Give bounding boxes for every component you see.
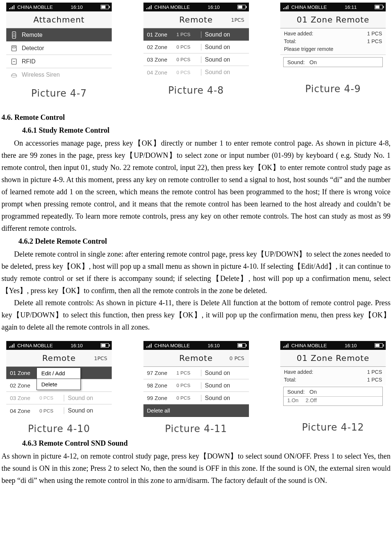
time-label: 16:10 (71, 343, 83, 348)
time-label: 16:10 (208, 4, 220, 10)
zone-name: 04 Zone (143, 69, 177, 76)
added-label: Have added: (284, 368, 313, 376)
context-menu-item-edit[interactable]: Edit / Add (37, 368, 80, 379)
menu-item-siren[interactable]: Wireless Siren (6, 68, 112, 81)
paragraph: As shown in picture 4-12, on remote cont… (1, 450, 391, 487)
info-block: Have added: 1 PCS Total: 1 PCS (280, 367, 386, 385)
screens-row-top: CHINA MOBLLE 16:10 Attachment Remote (0, 0, 392, 99)
sound-value: On (309, 389, 317, 395)
menu-item-label: Remote (22, 32, 42, 38)
screen-title: Remote 1PCS (143, 11, 249, 28)
total-label: Total: (284, 376, 296, 384)
zone-row[interactable]: 97 Zone 1 PCS Sound on (143, 367, 249, 379)
zone-sound: Sound on (201, 44, 249, 51)
figure-caption: Picture 4-10 (28, 423, 90, 434)
prompt-text: Please trigger remote (284, 45, 382, 53)
zone-pcs: 0 PCS (39, 395, 64, 401)
heading-4-6: 4.6. Remote Control (1, 111, 391, 123)
screen-4-9: CHINA MOBLLE 16:11 01 Zone Remote Have a… (278, 2, 388, 99)
sound-row[interactable]: Sound: On (283, 57, 383, 67)
carrier-label: CHINA MOBLLE (155, 4, 190, 10)
total-value: 1 PCS (367, 376, 382, 384)
svg-rect-5 (14, 36, 15, 36)
title-text: Remote (179, 354, 213, 363)
status-bar: CHINA MOBLLE 16:10 (6, 3, 112, 11)
svg-rect-7 (13, 46, 15, 48)
svg-rect-4 (13, 36, 14, 36)
title-text: Attachment (34, 15, 85, 24)
zone-row[interactable]: 98 Zone 0 PCS Sound on (143, 379, 249, 392)
zone-row[interactable]: 04 Zone 0 PCS Sound on (143, 66, 249, 79)
battery-icon (375, 343, 383, 348)
zone-name: 04 Zone (6, 408, 39, 414)
zone-sound: Sound on (64, 395, 112, 401)
zone-row[interactable]: 03 Zone 0 PCS Sound on (143, 53, 249, 66)
zone-name: 99 Zone (143, 395, 177, 401)
delete-all-label: Delete all (147, 407, 170, 414)
zone-name: 97 Zone (143, 370, 177, 376)
section-4-6: 4.6. Remote Control 4.6.1 Study Remote C… (0, 99, 392, 333)
battery-icon (375, 5, 383, 9)
remote-icon (10, 31, 18, 39)
menu-item-label: RFID (22, 58, 35, 65)
battery-icon (101, 343, 109, 348)
title-text: 01 Zone Remote (297, 354, 370, 363)
zone-row[interactable]: 99 Zone 0 PCS Sound on (143, 392, 249, 404)
screens-row-bottom: CHINA MOBLLE 16:10 Remote 1PCS 01 Zone o… (0, 338, 392, 434)
title-text: 01 Zone Remote (297, 15, 370, 24)
menu-item-rfid[interactable]: RFID (6, 55, 112, 68)
heading-4-6-3: 4.6.3 Remote Control SND Sound (22, 437, 391, 449)
delete-all-row[interactable]: Delete all (143, 404, 249, 417)
carrier-label: CHINA MOBLLE (17, 343, 53, 348)
menu-item-label: Wireless Siren (22, 72, 60, 78)
title-count: 1PCS (94, 355, 107, 361)
context-menu-item-delete[interactable]: Delete (37, 379, 80, 390)
heading-4-6-1: 4.6.1 Study Remote Control (22, 124, 391, 136)
rfid-icon (10, 58, 18, 66)
screen-4-8: CHINA MOBLLE 16:10 Remote 1PCS 01 Zone 1… (141, 2, 251, 99)
zone-row[interactable]: 01 Zone 1 PCS Sound on (143, 28, 249, 41)
screen-title: Remote 1PCS (6, 350, 112, 367)
zone-row[interactable]: 04 Zone 0 PCS Sound on (6, 404, 112, 417)
signal-icon (283, 5, 289, 9)
detector-icon (10, 44, 18, 52)
zone-sound: Sound on (201, 395, 249, 401)
context-menu: Edit / Add Delete (37, 368, 81, 390)
zone-name: 98 Zone (143, 382, 177, 389)
zone-row[interactable]: 02 Zone 0 PCS Sound on (143, 41, 249, 53)
signal-icon (9, 343, 15, 348)
signal-icon (146, 343, 152, 348)
zone-row[interactable]: 03 Zone 0 PCS Sound on (6, 392, 112, 404)
title-count: 0 PCS (229, 355, 244, 361)
sound-options[interactable]: 1.On 2.Off (284, 396, 382, 406)
carrier-label: CHINA MOBLLE (291, 4, 327, 10)
zone-pcs: 0 PCS (177, 395, 201, 401)
zone-pcs: 0 PCS (177, 57, 201, 62)
battery-icon (237, 5, 246, 9)
paragraph: Delete all remote controls: As shown in … (1, 297, 391, 333)
figure-caption: Picture 4-12 (302, 422, 364, 433)
figure-caption: Picture 4-11 (165, 423, 227, 434)
zone-sound: Sound on (201, 56, 249, 63)
zone-sound: Sound on (201, 31, 249, 38)
siren-icon (10, 71, 18, 79)
zone-name: 03 Zone (143, 56, 177, 63)
status-bar: CHINA MOBLLE 16:10 (143, 341, 249, 350)
screen-title: 01 Zone Remote (280, 350, 386, 367)
time-label: 16:10 (71, 4, 83, 10)
section-4-6-3: 4.6.3 Remote Control SND Sound As shown … (0, 434, 392, 487)
menu-item-detector[interactable]: Detector (6, 42, 112, 55)
total-label: Total: (284, 38, 296, 45)
figure-caption: Picture 4-7 (31, 88, 87, 99)
zone-name: 01 Zone (6, 370, 39, 376)
svg-rect-2 (13, 35, 14, 35)
zone-name: 01 Zone (143, 31, 177, 38)
sound-label: Sound: (287, 59, 305, 65)
sound-row[interactable]: Sound: On (284, 387, 382, 396)
menu-item-remote[interactable]: Remote (6, 28, 112, 42)
svg-rect-3 (14, 35, 15, 35)
info-block: Have added: 1 PCS Total: 1 PCS Please tr… (280, 28, 386, 55)
figure-caption: Picture 4-8 (168, 85, 224, 96)
screen-4-11: CHINA MOBLLE 16:10 Remote 0 PCS 97 Zone … (141, 341, 251, 434)
zone-sound: Sound on (64, 407, 112, 414)
